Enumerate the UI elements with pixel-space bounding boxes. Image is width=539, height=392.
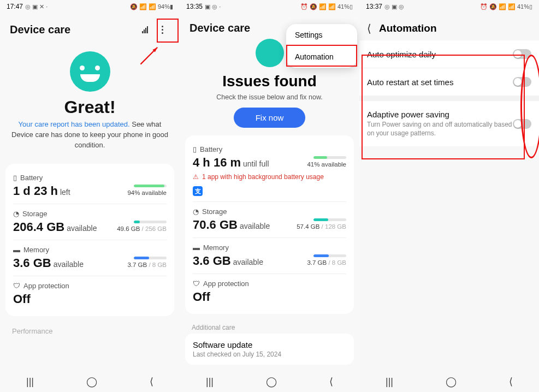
stats-card: ▯Battery 4 h 16 muntil full 41% availabl… (185, 135, 354, 314)
storage-icon: ◔ (193, 207, 199, 216)
storage-progress (313, 218, 346, 221)
auto-restart-toggle[interactable] (513, 77, 531, 87)
automation-list: Auto optimize daily Auto restart at set … (359, 40, 539, 96)
shield-icon: 🛡 (13, 282, 20, 290)
screenshot-automation: 13:37◎ ▣ ◎ ⏰ 🔕 📶 📶 41%▯ ⟨ Automation Aut… (359, 0, 539, 392)
screenshot-device-care-main: 17:47◎ ▣ ✕ · 🔕 📶 📶 94%▮ Device care Grea… (0, 0, 180, 392)
android-navbar: ||| ◯ ⟨ (359, 371, 539, 392)
issues-subtitle: Check the issue below and fix now. (180, 93, 359, 101)
battery-warning: ⚠1 app with high background battery usag… (193, 173, 346, 181)
recent-apps-button[interactable]: ||| (26, 376, 34, 388)
status-headline: Great! (0, 97, 180, 117)
status-time: 13:35 (186, 3, 203, 10)
battery-progress (313, 156, 346, 159)
status-right-icons: ⏰ 🔕 📶 📶 41%▯ (300, 3, 353, 10)
storage-row[interactable]: ◔Storage 70.6 GBavailable 57.4 GB / 128 … (193, 201, 346, 237)
battery-row[interactable]: ▯Battery 1 d 23 hleft 94% available (13, 168, 167, 204)
software-update-row[interactable]: Software update Last checked on July 15,… (185, 334, 354, 365)
auto-restart-row[interactable]: Auto restart at set times (359, 68, 539, 96)
adaptive-power-toggle[interactable] (513, 119, 531, 129)
storage-icon: ◔ (13, 210, 19, 218)
back-button[interactable]: ⟨ (150, 376, 153, 388)
storage-progress (134, 221, 167, 223)
alipay-app-icon[interactable]: 支 (193, 186, 203, 196)
home-button[interactable]: ◯ (86, 376, 97, 388)
android-navbar: ||| ◯ ⟨ (180, 371, 359, 392)
menu-item-settings[interactable]: Settings (286, 24, 357, 46)
status-bar: 17:47◎ ▣ ✕ · 🔕 📶 📶 94%▮ (0, 0, 180, 13)
page-title: Device care (189, 22, 250, 34)
status-time: 17:47 (7, 3, 23, 10)
auto-optimize-row[interactable]: Auto optimize daily (359, 40, 539, 68)
memory-progress (134, 257, 167, 259)
status-left-icons: ◎ ▣ ✕ · (25, 3, 48, 10)
overflow-menu: Settings Automation (286, 24, 357, 68)
battery-icon: ▯ (13, 174, 17, 182)
battery-progress (134, 185, 167, 187)
adaptive-power-row[interactable]: Adaptive power saving Turn Power saving … (359, 101, 539, 146)
performance-section-label: Performance (0, 320, 180, 342)
fix-now-button[interactable]: Fix now (234, 108, 306, 128)
alert-icon: ⚠ (193, 173, 199, 181)
stats-card: ▯Battery 1 d 23 hleft 94% available ◔Sto… (5, 164, 174, 316)
app-protection-row[interactable]: 🛡App protection Off (193, 274, 346, 310)
back-icon[interactable]: ⟨ (367, 22, 371, 35)
back-button[interactable]: ⟨ (509, 376, 513, 388)
screenshot-device-care-issues: 13:35▣ ◎ · ⏰ 🔕 📶 📶 41%▯ Device care Sett… (180, 0, 359, 392)
battery-row[interactable]: ▯Battery 4 h 16 muntil full 41% availabl… (193, 140, 346, 201)
battery-icon: ▯ (193, 145, 197, 153)
shield-icon: 🛡 (193, 280, 200, 288)
memory-row[interactable]: ▬Memory 3.6 GBavailable 3.7 GB / 8 GB (193, 237, 346, 274)
memory-icon: ▬ (13, 246, 20, 254)
additional-care-label: Additional care (180, 318, 359, 334)
memory-icon: ▬ (193, 243, 200, 252)
auto-optimize-toggle[interactable] (513, 49, 531, 59)
app-protection-row[interactable]: 🛡App protection Off (13, 276, 167, 312)
menu-item-automation[interactable]: Automation (286, 46, 357, 68)
status-bar: 13:37◎ ▣ ◎ ⏰ 🔕 📶 📶 41%▯ (359, 0, 539, 13)
annotation-highlight-box (157, 19, 179, 43)
back-button[interactable]: ⟨ (329, 376, 333, 388)
storage-row[interactable]: ◔Storage 206.4 GBavailable 49.6 GB / 256… (13, 204, 167, 240)
home-button[interactable]: ◯ (266, 376, 277, 388)
face-icon (256, 39, 284, 67)
signal-icon (142, 26, 148, 33)
recent-apps-button[interactable]: ||| (206, 376, 214, 388)
recent-apps-button[interactable]: ||| (386, 376, 393, 388)
status-subtitle: Your care report has been updated. See w… (0, 117, 180, 159)
status-right-icons: 🔕 📶 📶 94%▮ (130, 3, 173, 10)
memory-progress (313, 254, 346, 257)
smile-face-icon (70, 51, 110, 92)
care-report-link[interactable]: Your care report has been updated. (19, 120, 130, 128)
status-left-icons: ◎ ▣ ◎ (384, 3, 404, 10)
home-button[interactable]: ◯ (446, 376, 457, 388)
android-navbar: ||| ◯ ⟨ (0, 371, 180, 392)
status-left-icons: ▣ ◎ · (205, 3, 221, 10)
status-bar: 13:35▣ ◎ · ⏰ 🔕 📶 📶 41%▯ (180, 0, 359, 13)
issues-headline: Issues found (180, 73, 359, 90)
status-right-icons: ⏰ 🔕 📶 📶 41%▯ (480, 3, 532, 10)
status-time: 13:37 (366, 3, 382, 10)
memory-row[interactable]: ▬Memory 3.6 GBavailable 3.7 GB / 8 GB (13, 240, 167, 276)
page-title: Automation (379, 22, 437, 34)
annotation-arrow (138, 43, 162, 67)
page-title: Device care (10, 23, 70, 36)
